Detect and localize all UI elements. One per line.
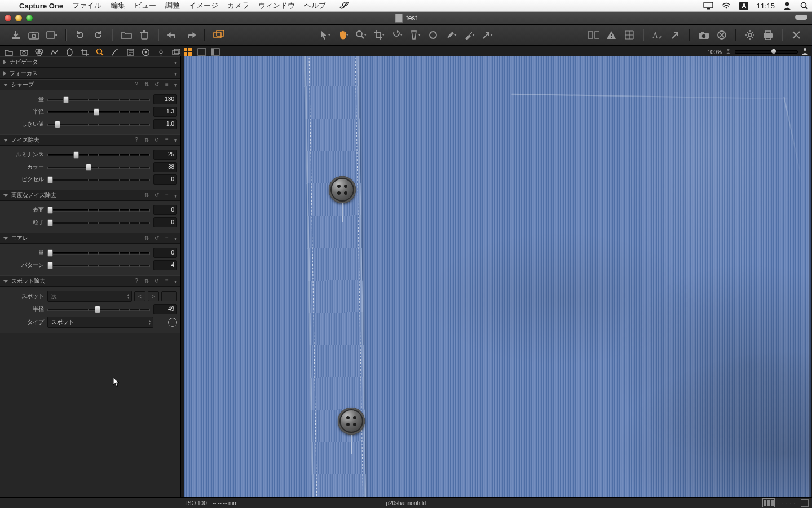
spot-prev-button[interactable]: < (134, 291, 145, 301)
menu-adjust[interactable]: 調整 (165, 1, 180, 11)
view-split-icon[interactable] (211, 48, 220, 56)
value-field[interactable]: 25 (153, 150, 177, 160)
section-spot[interactable]: スポット除去 ?⇅↺≡▾ (0, 275, 180, 287)
reset-icon[interactable]: ↺ (154, 82, 160, 87)
spot-ring-icon[interactable] (168, 318, 177, 327)
value-field[interactable]: 130 (153, 94, 177, 104)
tab-batch-icon[interactable] (172, 48, 180, 56)
copy-icon[interactable]: ⇅ (144, 82, 149, 87)
import-icon[interactable] (10, 29, 21, 41)
warning-icon[interactable] (606, 29, 617, 41)
value-field[interactable]: 4 (153, 260, 177, 270)
grid-icon[interactable] (624, 29, 635, 41)
tab-exposure-icon[interactable] (50, 48, 59, 56)
app-name[interactable]: Capture One (19, 2, 63, 10)
pointer-tool-icon[interactable]: ▾ (319, 29, 330, 41)
menu-help[interactable]: ヘルプ (304, 1, 326, 11)
rating-dots[interactable]: ····· (778, 500, 797, 506)
keystone-tool-icon[interactable]: ▾ (409, 29, 421, 41)
spot-next-button[interactable]: > (148, 291, 159, 301)
script-menu-icon[interactable]: 𝒮 (339, 1, 346, 11)
image-viewer[interactable] (181, 56, 812, 508)
tab-process-icon[interactable] (157, 48, 165, 56)
view-grid-icon[interactable] (184, 48, 193, 56)
arrow-tool-icon[interactable]: ▾ (482, 29, 493, 41)
help-icon[interactable]: ? (134, 137, 139, 143)
rotate-left-icon[interactable] (74, 29, 86, 41)
reset-icon[interactable]: ↺ (154, 192, 160, 198)
annotate-text-icon[interactable]: A (652, 29, 663, 41)
value-field[interactable]: 1.0 (153, 119, 177, 129)
tab-lens-icon[interactable] (65, 48, 74, 56)
minimize-button[interactable] (15, 15, 22, 21)
close-tool-icon[interactable] (791, 29, 802, 41)
section-adv-noise[interactable]: 高度なノイズ除去 ⇅↺≡▾ (0, 190, 180, 201)
user-icon[interactable] (783, 1, 792, 10)
crop-tool-icon[interactable]: ▾ (373, 29, 385, 41)
close-button[interactable] (5, 15, 11, 21)
reset-icon[interactable]: ↺ (154, 235, 160, 241)
tab-library-icon[interactable] (5, 48, 13, 56)
menu-image[interactable]: イメージ (189, 1, 218, 11)
section-focus[interactable]: フォーカス ▾ (0, 68, 180, 79)
clock[interactable]: 11:15 (756, 2, 775, 10)
value-field[interactable]: 0 (153, 248, 177, 258)
view-single-icon[interactable] (197, 48, 206, 56)
trash-icon[interactable] (139, 29, 150, 41)
value-field[interactable]: 38 (153, 162, 177, 172)
spot-type-combo[interactable]: スポット▴▾ (47, 317, 153, 328)
redo-icon[interactable] (185, 29, 196, 41)
folder-icon[interactable] (121, 29, 132, 41)
value-field[interactable]: 49 (153, 304, 177, 314)
copy-icon[interactable]: ⇅ (144, 278, 149, 284)
tab-metadata-icon[interactable] (126, 48, 135, 56)
help-icon[interactable]: ? (134, 82, 139, 87)
preset-icon[interactable]: ≡ (164, 235, 170, 241)
display-icon[interactable] (703, 2, 713, 10)
menu-edit[interactable]: 編集 (111, 1, 125, 11)
preset-icon[interactable]: ≡ (164, 137, 170, 143)
delete-output-icon[interactable] (716, 29, 727, 41)
camera-icon[interactable] (698, 29, 709, 41)
preset-icon[interactable]: ≡ (164, 82, 170, 87)
wifi-icon[interactable] (721, 2, 731, 10)
capture-icon[interactable] (28, 29, 39, 41)
brush-tool-icon[interactable]: ▾ (445, 29, 457, 41)
straighten-tool-icon[interactable]: ▾ (391, 29, 403, 41)
tab-output-icon[interactable] (142, 48, 150, 56)
export-icon[interactable] (670, 29, 681, 41)
section-navigator[interactable]: ナビゲータ ▾ (0, 56, 180, 68)
value-field[interactable]: 0 (153, 174, 177, 185)
viewer-scrollbar[interactable] (809, 56, 811, 497)
tab-details-icon[interactable] (96, 48, 104, 56)
menu-camera[interactable]: カメラ (227, 1, 249, 11)
hand-tool-icon[interactable]: ▾ (337, 29, 348, 41)
copy-icon[interactable]: ⇅ (144, 137, 149, 143)
zoom-in-person-icon[interactable] (801, 47, 809, 56)
preset-icon[interactable]: ≡ (164, 192, 170, 198)
tab-color-icon[interactable] (35, 48, 43, 56)
menu-file[interactable]: ファイル (72, 1, 102, 11)
spot-tool-icon[interactable] (427, 29, 439, 41)
menu-view[interactable]: ビュー (134, 1, 156, 11)
tether-icon[interactable] (46, 29, 58, 41)
value-field[interactable]: 0 (153, 217, 177, 227)
rotate-right-icon[interactable] (92, 29, 104, 41)
copy-icon[interactable]: ⇅ (144, 235, 149, 241)
toolbar-toggle[interactable] (795, 15, 807, 20)
spotlight-icon[interactable] (800, 1, 809, 10)
preset-icon[interactable]: ≡ (164, 278, 170, 284)
eyedropper-tool-icon[interactable]: ▾ (464, 29, 475, 41)
zoom-tool-icon[interactable]: ▾ (355, 29, 367, 41)
tab-adjust-icon[interactable] (111, 48, 120, 56)
reset-icon[interactable]: ↺ (154, 137, 160, 143)
section-sharpening[interactable]: シャープ ? ⇅ ↺ ≡ ▾ (0, 79, 180, 90)
filmstrip-icon[interactable] (762, 498, 775, 507)
spot-combo[interactable]: 次▴▾ (47, 291, 132, 302)
compare-icon[interactable] (588, 29, 599, 41)
value-field[interactable]: 1.3 (153, 107, 177, 117)
tab-capture-icon[interactable] (20, 48, 28, 56)
help-icon[interactable]: ? (134, 278, 139, 284)
reset-icon[interactable]: ↺ (154, 278, 160, 284)
section-moire[interactable]: モアレ ⇅↺≡▾ (0, 233, 180, 244)
